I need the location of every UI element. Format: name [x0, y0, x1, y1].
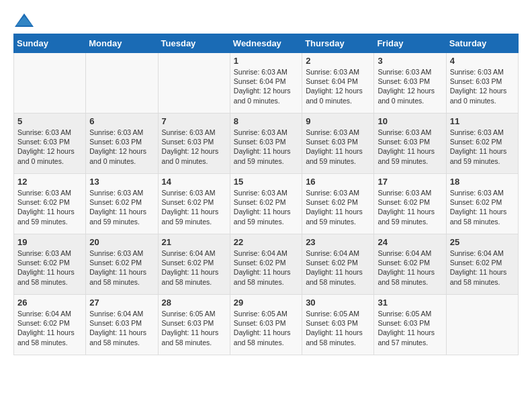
- day-info: Sunrise: 6:03 AM Sunset: 6:03 PM Dayligh…: [17, 128, 82, 166]
- calendar-table: SundayMondayTuesdayWednesdayThursdayFrid…: [13, 34, 519, 355]
- page-header: [13, 13, 519, 27]
- calendar-cell: 18Sunrise: 6:03 AM Sunset: 6:02 PM Dayli…: [446, 174, 518, 234]
- day-number: 13: [89, 177, 154, 187]
- day-number: 6: [89, 116, 154, 126]
- calendar-cell: 3Sunrise: 6:03 AM Sunset: 6:03 PM Daylig…: [374, 53, 446, 113]
- calendar-cell: 1Sunrise: 6:03 AM Sunset: 6:04 PM Daylig…: [230, 53, 302, 113]
- day-number: 16: [306, 177, 370, 187]
- day-number: 27: [89, 298, 154, 308]
- day-info: Sunrise: 6:05 AM Sunset: 6:03 PM Dayligh…: [234, 309, 298, 347]
- day-number: 3: [378, 56, 442, 66]
- calendar-cell: 21Sunrise: 6:04 AM Sunset: 6:02 PM Dayli…: [158, 234, 230, 295]
- day-info: Sunrise: 6:04 AM Sunset: 6:02 PM Dayligh…: [450, 248, 515, 287]
- day-number: 18: [450, 177, 515, 187]
- calendar-cell: 8Sunrise: 6:03 AM Sunset: 6:03 PM Daylig…: [230, 113, 302, 174]
- calendar-cell: 13Sunrise: 6:03 AM Sunset: 6:02 PM Dayli…: [86, 174, 158, 234]
- day-number: 11: [450, 116, 515, 126]
- day-number: 12: [17, 177, 82, 187]
- day-info: Sunrise: 6:03 AM Sunset: 6:04 PM Dayligh…: [234, 67, 298, 105]
- day-number: 24: [378, 237, 442, 247]
- header-wednesday: Wednesday: [230, 34, 302, 53]
- day-number: 15: [234, 177, 298, 187]
- day-info: Sunrise: 6:03 AM Sunset: 6:02 PM Dayligh…: [450, 188, 515, 226]
- day-info: Sunrise: 6:05 AM Sunset: 6:03 PM Dayligh…: [162, 309, 226, 347]
- calendar-cell: 23Sunrise: 6:04 AM Sunset: 6:02 PM Dayli…: [302, 234, 374, 295]
- day-info: Sunrise: 6:04 AM Sunset: 6:02 PM Dayligh…: [234, 248, 298, 287]
- week-row-2: 5Sunrise: 6:03 AM Sunset: 6:03 PM Daylig…: [14, 113, 519, 174]
- calendar-cell: 7Sunrise: 6:03 AM Sunset: 6:03 PM Daylig…: [158, 113, 230, 174]
- logo: [13, 13, 36, 27]
- day-info: Sunrise: 6:04 AM Sunset: 6:02 PM Dayligh…: [306, 248, 370, 287]
- day-number: 31: [378, 298, 442, 308]
- day-number: 30: [306, 298, 370, 308]
- week-row-3: 12Sunrise: 6:03 AM Sunset: 6:02 PM Dayli…: [14, 174, 519, 234]
- calendar-cell: 29Sunrise: 6:05 AM Sunset: 6:03 PM Dayli…: [230, 295, 302, 355]
- day-info: Sunrise: 6:03 AM Sunset: 6:02 PM Dayligh…: [162, 188, 226, 226]
- day-info: Sunrise: 6:03 AM Sunset: 6:02 PM Dayligh…: [17, 188, 82, 226]
- day-info: Sunrise: 6:03 AM Sunset: 6:04 PM Dayligh…: [306, 67, 370, 105]
- calendar-cell: 6Sunrise: 6:03 AM Sunset: 6:03 PM Daylig…: [86, 113, 158, 174]
- day-number: 5: [17, 116, 82, 126]
- calendar-cell: [446, 295, 518, 355]
- header-monday: Monday: [86, 34, 158, 53]
- day-number: 1: [234, 56, 298, 66]
- day-number: 22: [234, 237, 298, 247]
- calendar-cell: 12Sunrise: 6:03 AM Sunset: 6:02 PM Dayli…: [14, 174, 86, 234]
- calendar-cell: 27Sunrise: 6:04 AM Sunset: 6:03 PM Dayli…: [86, 295, 158, 355]
- day-number: 14: [162, 177, 226, 187]
- day-number: 17: [378, 177, 442, 187]
- calendar-cell: 16Sunrise: 6:03 AM Sunset: 6:02 PM Dayli…: [302, 174, 374, 234]
- day-number: 21: [162, 237, 226, 247]
- calendar-cell: 9Sunrise: 6:03 AM Sunset: 6:03 PM Daylig…: [302, 113, 374, 174]
- day-number: 2: [306, 56, 370, 66]
- day-info: Sunrise: 6:03 AM Sunset: 6:03 PM Dayligh…: [234, 128, 298, 166]
- calendar-cell: 31Sunrise: 6:05 AM Sunset: 6:03 PM Dayli…: [374, 295, 446, 355]
- day-number: 10: [378, 116, 442, 126]
- calendar-cell: 22Sunrise: 6:04 AM Sunset: 6:02 PM Dayli…: [230, 234, 302, 295]
- calendar-cell: 2Sunrise: 6:03 AM Sunset: 6:04 PM Daylig…: [302, 53, 374, 113]
- day-number: 9: [306, 116, 370, 126]
- day-number: 29: [234, 298, 298, 308]
- day-info: Sunrise: 6:05 AM Sunset: 6:03 PM Dayligh…: [378, 309, 442, 347]
- calendar-cell: 20Sunrise: 6:03 AM Sunset: 6:02 PM Dayli…: [86, 234, 158, 295]
- calendar-cell: 10Sunrise: 6:03 AM Sunset: 6:03 PM Dayli…: [374, 113, 446, 174]
- day-number: 23: [306, 237, 370, 247]
- day-info: Sunrise: 6:03 AM Sunset: 6:02 PM Dayligh…: [306, 188, 370, 226]
- day-number: 4: [450, 56, 515, 66]
- calendar-cell: 15Sunrise: 6:03 AM Sunset: 6:02 PM Dayli…: [230, 174, 302, 234]
- calendar-cell: 28Sunrise: 6:05 AM Sunset: 6:03 PM Dayli…: [158, 295, 230, 355]
- calendar-cell: 30Sunrise: 6:05 AM Sunset: 6:03 PM Dayli…: [302, 295, 374, 355]
- day-info: Sunrise: 6:03 AM Sunset: 6:03 PM Dayligh…: [378, 128, 442, 166]
- week-row-1: 1Sunrise: 6:03 AM Sunset: 6:04 PM Daylig…: [14, 53, 519, 113]
- day-info: Sunrise: 6:03 AM Sunset: 6:02 PM Dayligh…: [89, 248, 154, 287]
- day-info: Sunrise: 6:03 AM Sunset: 6:02 PM Dayligh…: [89, 188, 154, 226]
- day-info: Sunrise: 6:03 AM Sunset: 6:02 PM Dayligh…: [234, 188, 298, 226]
- calendar-cell: 19Sunrise: 6:03 AM Sunset: 6:02 PM Dayli…: [14, 234, 86, 295]
- day-info: Sunrise: 6:03 AM Sunset: 6:03 PM Dayligh…: [450, 67, 515, 105]
- day-info: Sunrise: 6:05 AM Sunset: 6:03 PM Dayligh…: [306, 309, 370, 347]
- calendar-cell: 17Sunrise: 6:03 AM Sunset: 6:02 PM Dayli…: [374, 174, 446, 234]
- day-number: 28: [162, 298, 226, 308]
- week-row-5: 26Sunrise: 6:04 AM Sunset: 6:02 PM Dayli…: [14, 295, 519, 355]
- calendar-cell: 25Sunrise: 6:04 AM Sunset: 6:02 PM Dayli…: [446, 234, 518, 295]
- day-info: Sunrise: 6:03 AM Sunset: 6:03 PM Dayligh…: [162, 128, 226, 166]
- day-info: Sunrise: 6:03 AM Sunset: 6:02 PM Dayligh…: [450, 128, 515, 166]
- day-info: Sunrise: 6:03 AM Sunset: 6:03 PM Dayligh…: [378, 67, 442, 105]
- calendar-cell: [86, 53, 158, 113]
- calendar-cell: 11Sunrise: 6:03 AM Sunset: 6:02 PM Dayli…: [446, 113, 518, 174]
- day-info: Sunrise: 6:04 AM Sunset: 6:02 PM Dayligh…: [378, 248, 442, 287]
- header-sunday: Sunday: [14, 34, 86, 53]
- day-number: 20: [89, 237, 154, 247]
- week-row-4: 19Sunrise: 6:03 AM Sunset: 6:02 PM Dayli…: [14, 234, 519, 295]
- logo-icon: [15, 13, 34, 27]
- day-info: Sunrise: 6:03 AM Sunset: 6:03 PM Dayligh…: [89, 128, 154, 166]
- day-number: 19: [17, 237, 82, 247]
- calendar-cell: 4Sunrise: 6:03 AM Sunset: 6:03 PM Daylig…: [446, 53, 518, 113]
- calendar-cell: 24Sunrise: 6:04 AM Sunset: 6:02 PM Dayli…: [374, 234, 446, 295]
- day-info: Sunrise: 6:04 AM Sunset: 6:02 PM Dayligh…: [17, 309, 82, 347]
- calendar-cell: 14Sunrise: 6:03 AM Sunset: 6:02 PM Dayli…: [158, 174, 230, 234]
- svg-marker-1: [16, 16, 32, 26]
- day-info: Sunrise: 6:03 AM Sunset: 6:02 PM Dayligh…: [378, 188, 442, 226]
- day-number: 25: [450, 237, 515, 247]
- header-saturday: Saturday: [446, 34, 518, 53]
